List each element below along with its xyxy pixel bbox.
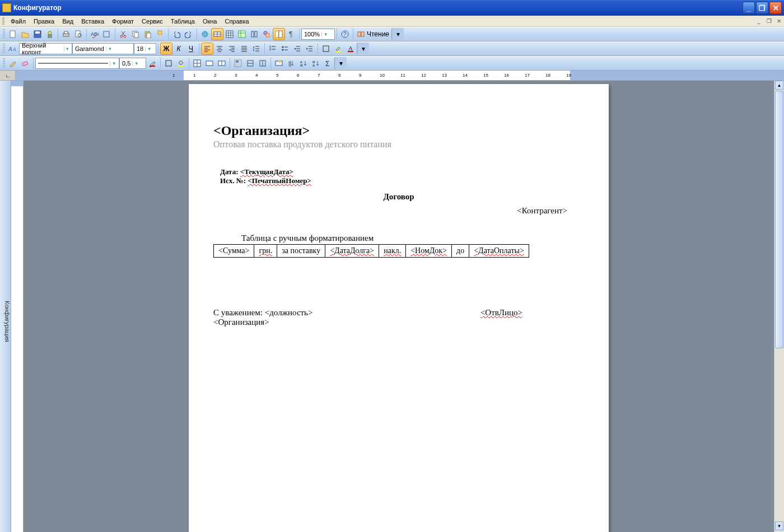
text-direction-button[interactable]: ||	[285, 57, 297, 69]
undo-button[interactable]	[170, 28, 183, 40]
menu-edit[interactable]: Правка	[30, 17, 58, 26]
toolbar-options-button[interactable]: ▾	[334, 57, 347, 69]
cut-button[interactable]	[117, 28, 129, 40]
menu-view[interactable]: Вид	[58, 17, 77, 26]
scroll-thumb[interactable]	[775, 91, 783, 348]
toolbar-options-button[interactable]: ▾	[357, 43, 369, 55]
spellcheck-button[interactable]: ABC	[88, 28, 101, 40]
help-button[interactable]: ?	[339, 28, 351, 40]
distribute-columns-button[interactable]	[256, 57, 269, 69]
show-formatting-button[interactable]: ¶	[285, 28, 297, 40]
svg-rect-16	[147, 33, 151, 38]
svg-rect-31	[251, 31, 254, 37]
line-weight-combo[interactable]: 0,5▼	[119, 58, 146, 69]
print-button[interactable]	[60, 28, 72, 40]
grip-icon	[3, 58, 5, 68]
research-button[interactable]	[101, 28, 113, 40]
underline-button[interactable]: Ч	[185, 43, 197, 55]
menu-insert[interactable]: Вставка	[77, 17, 108, 26]
styles-button[interactable]: AA	[7, 43, 19, 55]
decrease-indent-button[interactable]	[291, 43, 304, 55]
border-color-button[interactable]	[146, 57, 158, 69]
ruler-h-track[interactable]: 112345678910111213141516171819	[16, 71, 784, 80]
maximize-button[interactable]: ❐	[756, 2, 768, 14]
tables-borders-button[interactable]	[211, 28, 223, 40]
scroll-up-button[interactable]: ▲	[775, 81, 783, 90]
align-left-button[interactable]	[201, 43, 213, 55]
ruler-corner[interactable]: ∟	[0, 71, 16, 80]
svg-rect-4	[48, 35, 52, 38]
draw-table-button[interactable]	[7, 57, 19, 69]
print-preview-button[interactable]	[72, 28, 85, 40]
drawing-button[interactable]	[260, 28, 273, 40]
font-size-combo[interactable]: 18▼	[134, 43, 156, 54]
borders-button[interactable]	[320, 43, 332, 55]
sort-desc-button[interactable]: ЯА	[310, 57, 322, 69]
menu-format[interactable]: Формат	[108, 17, 138, 26]
mdi-close-button[interactable]: ✕	[774, 17, 783, 25]
bold-button[interactable]: Ж	[160, 43, 172, 55]
distribute-rows-button[interactable]	[244, 57, 256, 69]
mdi-minimize-button[interactable]: _	[754, 17, 763, 25]
vertical-scrollbar[interactable]: ▲ ▼ ▴ ○ ▾	[774, 81, 784, 532]
redo-button[interactable]	[183, 28, 195, 40]
insert-table-button[interactable]	[223, 28, 236, 40]
numbering-button[interactable]: 12	[267, 43, 279, 55]
font-combo[interactable]: Garamond▼	[72, 43, 134, 54]
side-panel-tab[interactable]: Конфигурация	[0, 81, 11, 532]
document-map-button[interactable]	[273, 28, 285, 40]
outside-border-button[interactable]	[162, 57, 175, 69]
chevron-down-icon: ▼	[132, 61, 140, 66]
save-button[interactable]	[31, 28, 44, 40]
increase-indent-button[interactable]	[304, 43, 316, 55]
style-combo[interactable]: Верхний колонт▼	[19, 43, 72, 54]
insert-worksheet-button[interactable]	[236, 28, 248, 40]
merge-cells-button[interactable]	[203, 57, 216, 69]
align-justify-button[interactable]	[238, 43, 250, 55]
shading-color-button[interactable]	[175, 57, 187, 69]
chevron-down-icon: ▼	[106, 46, 114, 52]
italic-button[interactable]: К	[172, 43, 185, 55]
document-area[interactable]: <Организация> Оптовая поставка продуктов…	[24, 81, 774, 532]
line-style-combo[interactable]: ▼	[35, 58, 119, 69]
format-painter-button[interactable]	[154, 28, 166, 40]
permissions-button[interactable]	[44, 28, 56, 40]
menu-windows[interactable]: Окна	[199, 17, 221, 26]
hyperlink-button[interactable]	[199, 28, 211, 40]
paste-button[interactable]	[142, 28, 154, 40]
font-color-button[interactable]: A	[344, 43, 357, 55]
columns-button[interactable]	[248, 28, 260, 40]
align-right-button[interactable]	[226, 43, 238, 55]
bold-label: Ж	[164, 45, 170, 53]
grip-icon	[3, 44, 5, 54]
mdi-restore-button[interactable]: ❐	[764, 17, 773, 25]
menu-file[interactable]: Файл	[7, 17, 30, 26]
align-top-left-button[interactable]	[232, 57, 244, 69]
split-cells-button[interactable]	[216, 57, 228, 69]
sort-asc-button[interactable]: АЯ	[297, 57, 310, 69]
toolbar-options-button[interactable]: ▾	[391, 28, 404, 40]
menu-help[interactable]: Справка	[221, 17, 253, 26]
highlight-button[interactable]	[332, 43, 344, 55]
align-center-button[interactable]	[213, 43, 226, 55]
eraser-button[interactable]	[19, 57, 31, 69]
menu-service[interactable]: Сервис	[138, 17, 167, 26]
autosum-button[interactable]: Σ	[322, 57, 334, 69]
ruler-vertical[interactable]	[11, 81, 24, 532]
insert-table-button[interactable]	[191, 57, 203, 69]
reading-layout-button[interactable]: Чтение	[355, 28, 391, 40]
menu-table[interactable]: Таблица	[167, 17, 199, 26]
line-spacing-button[interactable]	[250, 43, 263, 55]
minimize-button[interactable]: _	[743, 2, 755, 14]
new-doc-button[interactable]	[7, 28, 19, 40]
bullets-button[interactable]	[279, 43, 291, 55]
copy-button[interactable]	[129, 28, 142, 40]
open-button[interactable]	[19, 28, 31, 40]
zoom-combo[interactable]: 100%▼	[301, 29, 335, 40]
scroll-down-button[interactable]: ▼	[775, 521, 783, 530]
template-table: <Сумма> грн. за поставку <ДатаДолга> нак…	[213, 244, 529, 258]
autoformat-button[interactable]	[273, 57, 285, 69]
close-button[interactable]: ✕	[769, 2, 782, 14]
font-size-value: 18	[137, 45, 143, 52]
svg-text:A: A	[13, 47, 16, 52]
